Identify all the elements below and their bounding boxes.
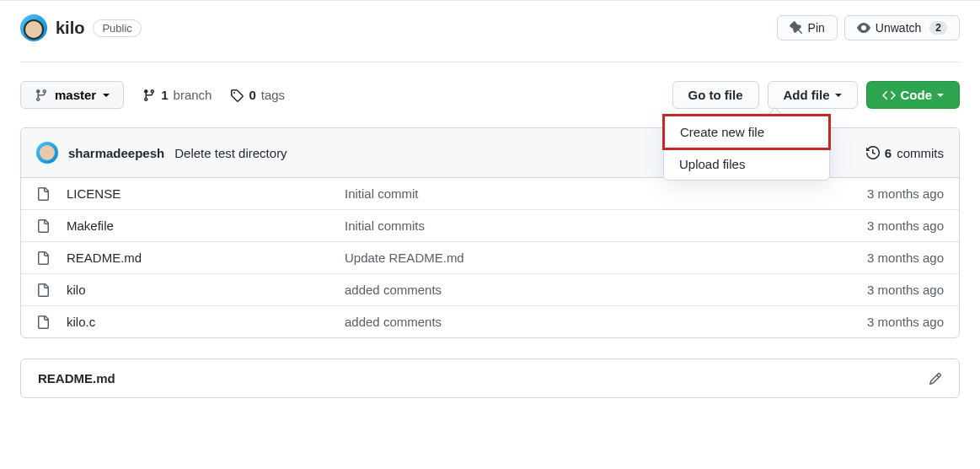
tag-count: 0 xyxy=(249,88,255,102)
commit-message[interactable]: Delete test directory xyxy=(174,146,287,160)
visibility-badge: Public xyxy=(93,19,141,37)
commits-count: 6 xyxy=(885,146,892,160)
readme-filename[interactable]: README.md xyxy=(38,371,115,385)
file-commit-message[interactable]: added comments xyxy=(345,315,775,329)
file-icon xyxy=(36,251,67,265)
branch-select-button[interactable]: master xyxy=(20,81,124,109)
file-time: 3 months ago xyxy=(775,218,944,233)
file-icon xyxy=(36,315,67,329)
file-time: 3 months ago xyxy=(775,186,944,201)
file-icon xyxy=(36,187,67,201)
branch-name: master xyxy=(55,88,96,102)
tag-count-label: tags xyxy=(261,88,285,102)
go-to-file-button[interactable]: Go to file xyxy=(672,81,759,109)
file-time: 3 months ago xyxy=(775,283,944,297)
pencil-icon[interactable] xyxy=(929,372,942,385)
history-icon xyxy=(866,146,880,159)
upload-files-item[interactable]: Upload files xyxy=(664,148,829,180)
git-branch-icon xyxy=(142,89,156,102)
pin-label: Pin xyxy=(808,21,825,35)
repo-name[interactable]: kilo xyxy=(56,19,84,38)
unwatch-button[interactable]: Unwatch 2 xyxy=(844,15,960,40)
code-icon xyxy=(882,89,896,102)
file-commit-message[interactable]: Update README.md xyxy=(345,251,775,265)
file-name[interactable]: kilo xyxy=(67,283,345,297)
branch-count: 1 xyxy=(161,88,168,102)
branch-count-label: branch xyxy=(174,88,212,102)
add-file-button[interactable]: Add file xyxy=(768,81,858,109)
commits-link[interactable]: 6 commits xyxy=(866,146,944,160)
file-time: 3 months ago xyxy=(775,315,944,329)
file-row: MakefileInitial commits3 months ago xyxy=(21,210,959,242)
branches-link[interactable]: 1 branch xyxy=(142,88,212,102)
git-branch-icon xyxy=(35,89,48,102)
watch-count: 2 xyxy=(929,21,947,35)
file-row: README.mdUpdate README.md3 months ago xyxy=(21,242,959,274)
file-row: kiloadded comments3 months ago xyxy=(21,274,959,306)
pin-button[interactable]: Pin xyxy=(777,15,838,40)
file-name[interactable]: Makefile xyxy=(67,218,345,233)
unwatch-label: Unwatch xyxy=(876,21,921,35)
file-row: kilo.cadded comments3 months ago xyxy=(21,306,959,337)
commit-author-avatar[interactable] xyxy=(36,142,58,164)
file-commit-message[interactable]: added comments xyxy=(345,283,775,297)
file-name[interactable]: LICENSE xyxy=(67,186,345,201)
file-row: LICENSEInitial commit3 months ago xyxy=(21,178,959,210)
pin-icon xyxy=(790,21,803,35)
caret-down-icon xyxy=(103,94,110,97)
code-button[interactable]: Code xyxy=(866,81,961,109)
tags-link[interactable]: 0 tags xyxy=(230,88,285,102)
tag-icon xyxy=(230,89,244,102)
caret-down-icon xyxy=(835,94,842,97)
commit-author[interactable]: sharmadeepesh xyxy=(68,146,164,160)
add-file-label: Add file xyxy=(784,88,830,102)
file-name[interactable]: kilo.c xyxy=(67,315,345,329)
file-icon xyxy=(36,219,67,233)
caret-down-icon xyxy=(937,94,944,97)
repo-owner-avatar[interactable] xyxy=(20,14,47,41)
code-label: Code xyxy=(901,88,933,102)
file-commit-message[interactable]: Initial commits xyxy=(345,218,775,233)
file-time: 3 months ago xyxy=(775,251,944,265)
commits-label: commits xyxy=(897,146,944,160)
add-file-dropdown: Create new file Upload files xyxy=(663,115,830,181)
file-icon xyxy=(36,283,67,297)
eye-icon xyxy=(857,21,870,35)
create-new-file-item[interactable]: Create new file xyxy=(662,114,831,150)
file-name[interactable]: README.md xyxy=(67,251,345,265)
file-commit-message[interactable]: Initial commit xyxy=(345,186,775,201)
